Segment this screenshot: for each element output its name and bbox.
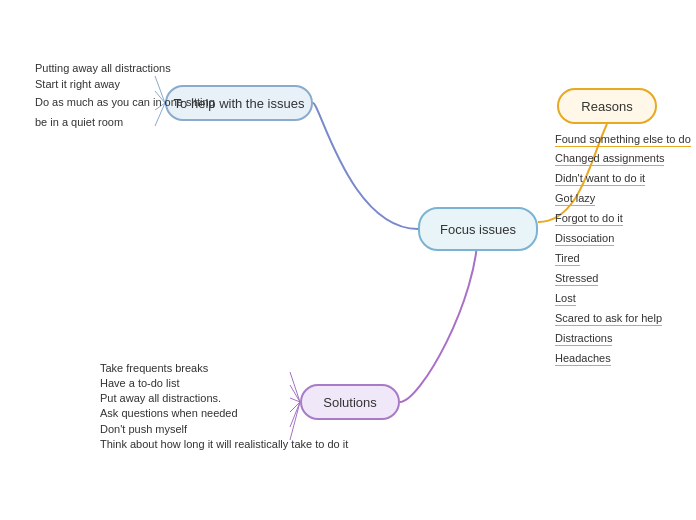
reasons-item-4: Got lazy bbox=[555, 192, 595, 214]
help-item-1: Putting away all distractions bbox=[35, 62, 171, 74]
reasons-item-7: Tired bbox=[555, 252, 580, 274]
help-item-3: Do as much as you can in one sitting bbox=[35, 96, 215, 108]
help-item-2: Start it right away bbox=[35, 78, 120, 90]
reasons-item-3: Didn't want to do it bbox=[555, 172, 645, 194]
reasons-item-11: Distractions bbox=[555, 332, 612, 354]
reasons-node-label: Reasons bbox=[581, 99, 632, 114]
center-node-label: Focus issues bbox=[440, 222, 516, 237]
solutions-item-1: Take frequents breaks bbox=[100, 362, 208, 374]
center-node[interactable]: Focus issues bbox=[418, 207, 538, 251]
reasons-item-5: Forgot to do it bbox=[555, 212, 623, 234]
reasons-item-6: Dissociation bbox=[555, 232, 614, 254]
solutions-item-5: Don't push myself bbox=[100, 423, 187, 435]
solutions-item-6: Think about how long it will realistical… bbox=[100, 438, 348, 450]
solutions-node-label: Solutions bbox=[323, 395, 376, 410]
solutions-node[interactable]: Solutions bbox=[300, 384, 400, 420]
solutions-item-2: Have a to-do list bbox=[100, 377, 179, 389]
solutions-item-4: Ask questions when needed bbox=[100, 407, 238, 419]
reasons-node[interactable]: Reasons bbox=[557, 88, 657, 124]
reasons-item-12: Headaches bbox=[555, 352, 611, 374]
reasons-item-9: Lost bbox=[555, 292, 576, 314]
reasons-item-2: Changed assignments bbox=[555, 152, 664, 174]
solutions-item-3: Put away all distractions. bbox=[100, 392, 221, 404]
reasons-item-8: Stressed bbox=[555, 272, 598, 294]
reasons-item-10: Scared to ask for help bbox=[555, 312, 662, 334]
help-item-4: be in a quiet room bbox=[35, 116, 123, 128]
